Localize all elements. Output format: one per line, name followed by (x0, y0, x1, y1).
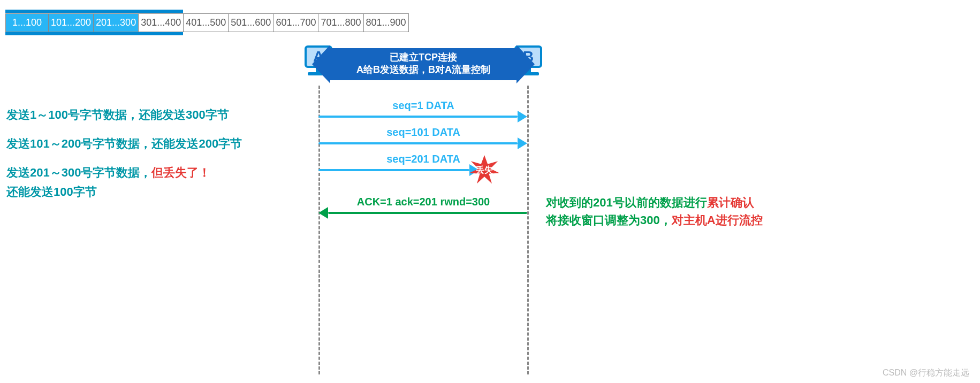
byte-cell-3: 301...400 (139, 14, 184, 32)
banner-line2: A给B发送数据，B对A流量控制 (330, 64, 516, 76)
left-note-2: 发送201～300号字节数据，但丢失了！ (6, 165, 242, 181)
banner-line1: 已建立TCP连接 (330, 51, 516, 64)
left-note-1: 发送101～200号字节数据，还能发送200字节 (6, 136, 242, 152)
send-window-top-bar (5, 10, 183, 13)
byte-cell-4: 401...500 (184, 14, 229, 32)
byte-cell-2: 201...300 (94, 14, 139, 32)
arrow-head-icon (518, 137, 527, 149)
byte-cell-0: 1...100 (6, 14, 49, 32)
right-note-1: 将接收窗口调整为300，对主机A进行流控 (546, 211, 763, 229)
right-annotations: 对收到的201号以前的数据进行累计确认将接收窗口调整为300，对主机A进行流控 (546, 194, 763, 229)
byte-cell-1: 101...200 (49, 14, 94, 32)
byte-cell-7: 701...800 (318, 14, 363, 32)
arrow-label: seq=1 DATA (318, 99, 528, 112)
ack-arrow-3: ACK=1 ack=201 rwnd=300 (318, 209, 528, 225)
left-note-0: 发送1～100号字节数据，还能发送300字节 (6, 107, 242, 123)
byte-range-table: 1...100101...200201...300301...400401...… (5, 13, 409, 32)
data-arrow-2: seq=201 DATA丢失 (318, 166, 528, 182)
arrow-head-icon (518, 111, 527, 122)
send-window-bottom-bar (5, 32, 183, 35)
byte-cell-6: 601...700 (274, 14, 318, 32)
watermark: CSDN @行稳方能走远 (883, 367, 969, 379)
left-annotations: 发送1～100号字节数据，还能发送300字节发送101～200号字节数据，还能发… (6, 107, 242, 213)
lost-burst-icon: 丢失 (469, 155, 499, 185)
byte-cell-5: 501...600 (229, 14, 274, 32)
sequence-diagram: A B 已建立TCP连接 A给B发送数据，B对A流量控制 seq=1 DATAs… (308, 45, 543, 377)
left-note-3: 还能发送100字节 (6, 184, 242, 200)
byte-cell-8: 801...900 (364, 14, 408, 32)
arrow-label: ACK=1 ack=201 rwnd=300 (318, 196, 528, 208)
arrow-label: seq=101 DATA (318, 126, 528, 139)
connection-banner: 已建立TCP连接 A给B发送数据，B对A流量控制 (330, 48, 516, 80)
right-note-0: 对收到的201号以前的数据进行累计确认 (546, 194, 763, 211)
arrow-head-icon (318, 207, 328, 219)
